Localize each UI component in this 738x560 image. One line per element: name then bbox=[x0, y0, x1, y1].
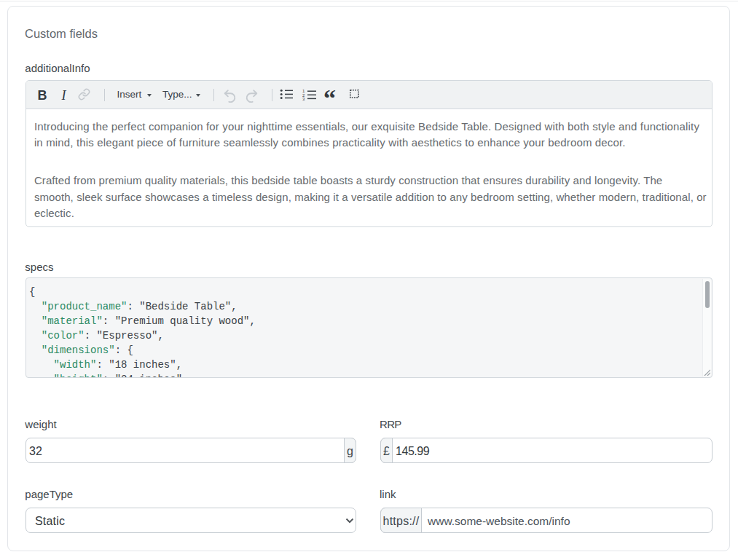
svg-text:3: 3 bbox=[302, 97, 305, 100]
